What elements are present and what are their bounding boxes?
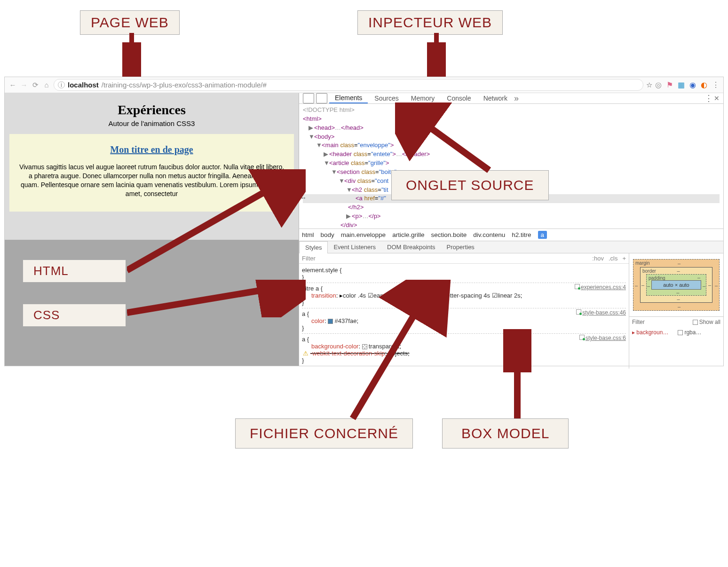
breadcrumb-item-selected[interactable]: a	[538, 231, 547, 239]
breadcrumb-item[interactable]: section.boite	[431, 231, 467, 238]
subtab-styles[interactable]: Styles	[299, 241, 328, 253]
color-swatch-icon[interactable]	[328, 319, 333, 324]
bookmark-star-icon[interactable]: ☆	[646, 81, 652, 89]
dom-tree[interactable]: <!DOCTYPE html> <html> ▶<head>…</head> ▼…	[299, 104, 723, 228]
ext-icon[interactable]: ⚑	[666, 80, 673, 89]
devtools-menu-icon[interactable]: ⋮	[704, 93, 713, 103]
file-icon	[579, 335, 585, 340]
reload-button[interactable]: ⟳	[31, 81, 40, 89]
address-bar[interactable]: i localhost/training-css/wp-3-plus-exo/c…	[54, 79, 643, 91]
ext-icon[interactable]: ▦	[678, 80, 685, 89]
content-card: Mon titre en de page Vivamus sagittis la…	[9, 134, 294, 212]
tab-console[interactable]: Console	[441, 93, 476, 103]
showall-label: Show all	[699, 319, 720, 325]
cls-toggle[interactable]: .cls	[609, 255, 618, 262]
extensions-area: ◎ ⚑ ▦ ◉ ◐ ⋮	[655, 80, 720, 89]
ext-icon[interactable]: ◐	[701, 80, 707, 89]
label-inspecteur-web: INPECTEUR WEB	[357, 10, 503, 35]
label-box-model: BOX MODEL	[442, 418, 569, 449]
arrow-page-web	[122, 33, 141, 80]
tab-network[interactable]: Network	[478, 93, 513, 103]
url-path: /training-css/wp-3-plus-exo/css3-animati…	[102, 81, 267, 89]
arrow-inspecteur	[427, 33, 446, 80]
styles-subtabs: Styles Event Listeners DOM Breakpoints P…	[299, 241, 723, 253]
back-button[interactable]: ←	[8, 81, 17, 89]
breadcrumb-item[interactable]: h2.titre	[512, 231, 531, 238]
ext-icon[interactable]: ◎	[655, 80, 662, 89]
new-rule-button[interactable]: +	[622, 255, 626, 262]
computed-val: rgba…	[678, 329, 701, 336]
styles-pane: Filter :hov .cls + element.style { }	[299, 253, 629, 369]
label-page-web: PAGE WEB	[80, 10, 180, 35]
rule-titre-a[interactable]: experiences.css:4 .titre a { transition:…	[302, 283, 626, 308]
rule-element-style[interactable]: element.style { }	[302, 265, 626, 283]
computed-prop[interactable]: ▸ backgroun…	[632, 329, 668, 336]
file-icon	[575, 284, 580, 289]
source-link[interactable]: style-base.css:46	[576, 309, 626, 316]
page-subtitle: Autour de l'animation CSS3	[5, 119, 299, 127]
tab-memory[interactable]: Memory	[405, 93, 441, 103]
box-model-pane: margin – – – – border – – – –	[629, 253, 723, 369]
doctype: <!DOCTYPE html>	[303, 106, 720, 115]
showall-checkbox[interactable]	[693, 320, 698, 325]
breadcrumb-item[interactable]: body	[321, 231, 334, 238]
page-filler	[5, 240, 299, 366]
menu-icon[interactable]: ⋮	[712, 80, 720, 89]
label-onglet-source: ONGLET SOURCE	[391, 170, 549, 200]
card-paragraph: Vivamus sagittis lacus vel augue laoreet…	[19, 163, 285, 198]
url-host: localhost	[68, 81, 99, 89]
breadcrumb-item[interactable]: article.grille	[392, 231, 424, 238]
inspect-element-icon[interactable]	[303, 93, 314, 103]
breadcrumb-item[interactable]: div.contenu	[473, 231, 505, 238]
color-swatch-icon[interactable]	[362, 344, 367, 349]
styles-filter-input[interactable]: Filter	[302, 255, 316, 262]
home-button[interactable]: ⌂	[42, 81, 51, 89]
source-link[interactable]: style-base.css:6	[579, 335, 626, 341]
computed-filter-input[interactable]: Filter	[632, 319, 645, 325]
rule-a-bg[interactable]: style-base.css:6 a { background-color: t…	[302, 334, 626, 366]
device-toolbar-icon[interactable]	[316, 93, 327, 103]
box-model-diagram[interactable]: margin – – – – border – – – –	[629, 253, 723, 316]
subtab-properties[interactable]: Properties	[441, 241, 480, 253]
devtools-close-icon[interactable]: ✕	[714, 94, 720, 102]
card-link[interactable]: Mon titre en de page	[110, 144, 193, 155]
margin-label: margin	[635, 260, 650, 266]
devtools-panel: Elements Sources Memory Console Network …	[299, 93, 723, 366]
hov-toggle[interactable]: :hov	[592, 255, 604, 262]
tab-sources[interactable]: Sources	[369, 93, 404, 103]
breadcrumb-item[interactable]: main.enveloppe	[341, 231, 386, 238]
dom-breadcrumb[interactable]: html body main.enveloppe article.grille …	[299, 228, 723, 241]
subtab-dom-breakpoints[interactable]: DOM Breakpoints	[381, 241, 441, 253]
warning-icon: ⚠	[303, 350, 309, 357]
label-css: CSS	[23, 304, 126, 327]
site-info-icon[interactable]: i	[58, 81, 65, 88]
tabs-overflow-icon[interactable]: »	[514, 94, 519, 103]
breadcrumb-item[interactable]: html	[302, 231, 314, 238]
color-swatch-icon	[678, 330, 683, 335]
content-box: auto × auto	[651, 280, 701, 290]
file-icon	[576, 309, 581, 315]
label-fichier: FICHIER CONCERNÉ	[235, 418, 413, 449]
devtools-tabs: Elements Sources Memory Console Network …	[299, 93, 723, 104]
source-link[interactable]: experiences.css:4	[575, 284, 626, 291]
browser-toolbar: ← → ⟳ ⌂ i localhost/training-css/wp-3-pl…	[5, 77, 723, 93]
rule-a-color[interactable]: style-base.css:46 a { color: #437fae; }	[302, 308, 626, 334]
ext-icon[interactable]: ◉	[689, 80, 696, 89]
border-label: border	[642, 268, 656, 274]
tab-elements[interactable]: Elements	[329, 93, 368, 103]
label-html: HTML	[23, 260, 126, 283]
padding-label: padding	[649, 276, 665, 281]
subtab-event-listeners[interactable]: Event Listeners	[328, 241, 381, 253]
forward-button[interactable]: →	[20, 81, 28, 89]
page-title: Expériences	[5, 102, 299, 118]
